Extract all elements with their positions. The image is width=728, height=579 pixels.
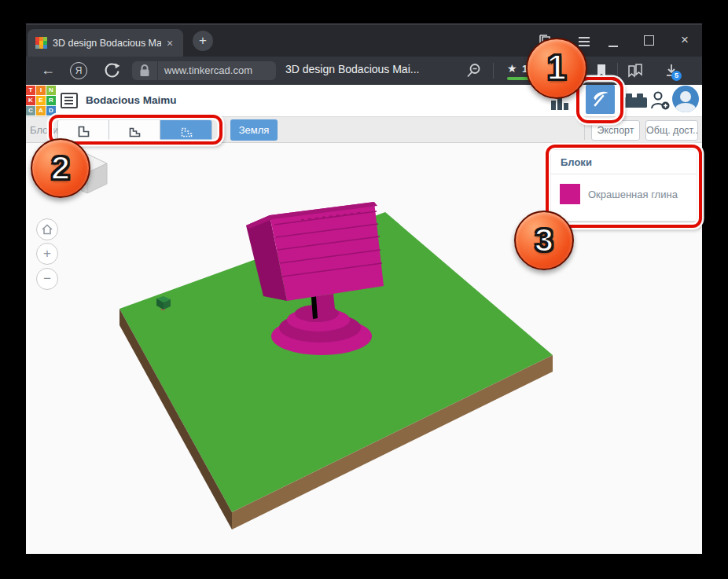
url-security-chip[interactable] (132, 61, 157, 80)
collections-icon[interactable] (627, 63, 644, 79)
user-avatar[interactable] (672, 86, 699, 112)
new-tab-button[interactable]: + (193, 31, 213, 51)
design-name[interactable]: Bodacious Maimu (86, 94, 177, 106)
bookmark-icon[interactable] (594, 63, 609, 79)
navbar-separator (493, 63, 494, 79)
step-badge-1: 1 (526, 38, 587, 99)
zoom-in-button[interactable]: + (36, 243, 58, 265)
browser-tab[interactable]: 3D design Bodacious Ma × (28, 29, 183, 57)
tinkercad-logo[interactable]: T I N K E R C A D (26, 86, 55, 115)
ground-button[interactable]: Земля (230, 119, 278, 141)
tab-title: 3D design Bodacious Ma (53, 38, 161, 50)
back-button[interactable]: ← (39, 62, 57, 79)
navbar-separator (617, 63, 618, 79)
design-properties-icon[interactable] (61, 93, 78, 108)
logo-letter: A (36, 106, 46, 115)
search-icon[interactable] (465, 62, 482, 79)
refresh-icon[interactable] (103, 62, 120, 79)
logo-letter: E (36, 96, 46, 105)
screenshot-root: 3D design Bodacious Ma × + × ← Я w (0, 0, 728, 579)
props-line (64, 103, 73, 104)
rating-star-icon[interactable]: ★ (507, 62, 517, 75)
logo-letter: N (46, 86, 56, 95)
download-count-badge: 5 (671, 71, 682, 81)
logo-letter: R (46, 96, 56, 105)
logo-letter: I (36, 86, 46, 95)
avatar-body (675, 103, 696, 112)
browser-tab-bar: 3D design Bodacious Ma × + × (26, 24, 702, 57)
home-view-button[interactable] (36, 218, 58, 240)
page-title: 3D design Bodacious Mai... (285, 63, 466, 75)
share-button[interactable]: Общ. дост... (645, 120, 698, 141)
avatar-head (680, 91, 691, 102)
lock-icon (138, 64, 151, 78)
add-collaborator-icon[interactable] (649, 90, 671, 112)
highlight-rect-step1 (576, 77, 623, 123)
maximize-button[interactable] (644, 35, 654, 46)
logo-letter: C (26, 106, 35, 115)
logo-letter: T (26, 86, 35, 95)
yandex-home-icon[interactable]: Я (70, 62, 87, 79)
step-badge-2: 2 (31, 138, 90, 198)
home-icon (41, 223, 53, 236)
step-badge-3: 3 (514, 211, 574, 270)
bricks-view-icon[interactable] (622, 90, 649, 111)
window-close-button[interactable]: × (677, 31, 693, 49)
highlight-rect-step2 (49, 115, 222, 145)
toolbar-separator (584, 120, 585, 140)
props-line (64, 97, 73, 98)
logo-letter: D (46, 106, 56, 115)
highlight-rect-step3 (546, 145, 702, 228)
browser-window: 3D design Bodacious Ma × + × ← Я w (26, 24, 702, 554)
tab-close-icon[interactable]: × (163, 37, 177, 51)
zoom-out-button[interactable]: − (36, 268, 58, 290)
url-field[interactable]: www.tinkercad.com (158, 61, 276, 80)
props-line (64, 100, 73, 101)
tinkercad-favicon (35, 37, 47, 49)
minimize-button[interactable] (609, 46, 618, 47)
favicon-cell (43, 45, 47, 49)
logo-letter: K (26, 96, 35, 105)
